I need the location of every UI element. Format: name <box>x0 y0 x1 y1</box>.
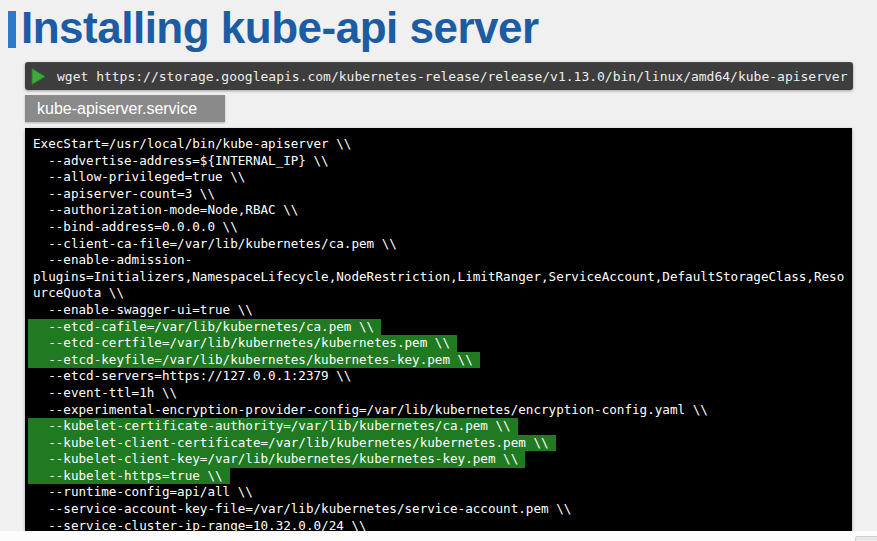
terminal-line-text: --etcd-certfile=/var/lib/kubernetes/kube… <box>28 335 457 352</box>
terminal-line: --kubelet-https=true \\ <box>33 468 844 485</box>
terminal-line-text: --kubelet-certificate-authority=/var/lib… <box>28 418 518 435</box>
terminal-line-text: --enable-admission- <box>33 252 192 269</box>
title-accent-bar <box>8 11 16 48</box>
terminal-line: --client-ca-file=/var/lib/kubernetes/ca.… <box>33 236 844 253</box>
terminal-line: --event-ttl=1h \\ <box>33 385 844 402</box>
terminal-line-text: ExecStart=/usr/local/bin/kube-apiserver … <box>33 136 351 153</box>
terminal-line: --kubelet-client-certificate=/var/lib/ku… <box>33 435 844 452</box>
terminal-line: --runtime-config=api/all \\ <box>33 484 844 501</box>
terminal-line: urceQuota \\ <box>33 285 844 302</box>
terminal-line-text: --etcd-keyfile=/var/lib/kubernetes/kuber… <box>28 352 480 369</box>
terminal-line: --service-account-key-file=/var/lib/kube… <box>33 501 844 518</box>
terminal-line-text: --kubelet-client-certificate=/var/lib/ku… <box>28 435 556 452</box>
page-title: Installing kube-api server <box>21 2 539 54</box>
file-label: kube-apiserver.service <box>25 95 225 122</box>
terminal-line: plugins=Initializers,NamespaceLifecycle,… <box>33 269 844 286</box>
terminal-line: --bind-address=0.0.0.0 \\ <box>33 219 844 236</box>
terminal-line: --etcd-keyfile=/var/lib/kubernetes/kuber… <box>33 352 844 369</box>
terminal-line-text: --event-ttl=1h \\ <box>33 385 177 402</box>
terminal-line: --etcd-certfile=/var/lib/kubernetes/kube… <box>33 335 844 352</box>
terminal-line-text: --client-ca-file=/var/lib/kubernetes/ca.… <box>33 236 397 253</box>
terminal-line-text: --etcd-servers=https://127.0.0.1:2379 \\ <box>33 368 351 385</box>
terminal-line: --kubelet-client-key=/var/lib/kubernetes… <box>33 451 844 468</box>
terminal-line-text: --advertise-address=${INTERNAL_IP} \\ <box>33 153 329 170</box>
terminal-code-block: ExecStart=/usr/local/bin/kube-apiserver … <box>25 128 852 531</box>
terminal-line: --kubelet-certificate-authority=/var/lib… <box>33 418 844 435</box>
terminal-line-text: --allow-privileged=true \\ <box>33 169 245 186</box>
terminal-line: --etcd-servers=https://127.0.0.1:2379 \\ <box>33 368 844 385</box>
terminal-line: --service-cluster-ip-range=10.32.0.0/24 … <box>33 518 844 531</box>
play-icon <box>31 68 46 85</box>
terminal-line-text: --apiserver-count=3 \\ <box>33 186 215 203</box>
terminal-line-text: urceQuota \\ <box>33 285 124 302</box>
terminal-line: --authorization-mode=Node,RBAC \\ <box>33 202 844 219</box>
terminal-line-text: --runtime-config=api/all \\ <box>33 484 253 501</box>
terminal-line: --advertise-address=${INTERNAL_IP} \\ <box>33 153 844 170</box>
terminal-line: ExecStart=/usr/local/bin/kube-apiserver … <box>33 136 844 153</box>
terminal-line-text: --service-cluster-ip-range=10.32.0.0/24 … <box>33 518 367 531</box>
terminal-line-text: --kubelet-client-key=/var/lib/kubernetes… <box>28 451 525 468</box>
terminal-line: --enable-swagger-ui=true \\ <box>33 302 844 319</box>
command-bar: wget https://storage.googleapis.com/kube… <box>25 62 853 90</box>
terminal-line-text: --service-account-key-file=/var/lib/kube… <box>33 501 571 518</box>
terminal-line: --allow-privileged=true \\ <box>33 169 844 186</box>
terminal-line: --apiserver-count=3 \\ <box>33 186 844 203</box>
terminal-line-text: --etcd-cafile=/var/lib/kubernetes/ca.pem… <box>28 319 381 336</box>
terminal-line: --enable-admission- <box>33 252 844 269</box>
terminal-line-text: plugins=Initializers,NamespaceLifecycle,… <box>33 269 844 286</box>
terminal-line-text: --kubelet-https=true \\ <box>28 468 230 485</box>
scrollbar-thumb[interactable] <box>855 536 877 541</box>
terminal-line-text: --bind-address=0.0.0.0 \\ <box>33 219 238 236</box>
terminal-line-text: --experimental-encryption-provider-confi… <box>33 402 708 419</box>
command-text: wget https://storage.googleapis.com/kube… <box>57 69 848 84</box>
bottom-strip <box>0 531 877 541</box>
terminal-line-text: --enable-swagger-ui=true \\ <box>33 302 253 319</box>
terminal-line: --experimental-encryption-provider-confi… <box>33 402 844 419</box>
terminal-line: --etcd-cafile=/var/lib/kubernetes/ca.pem… <box>33 319 844 336</box>
terminal-line-text: --authorization-mode=Node,RBAC \\ <box>33 202 298 219</box>
